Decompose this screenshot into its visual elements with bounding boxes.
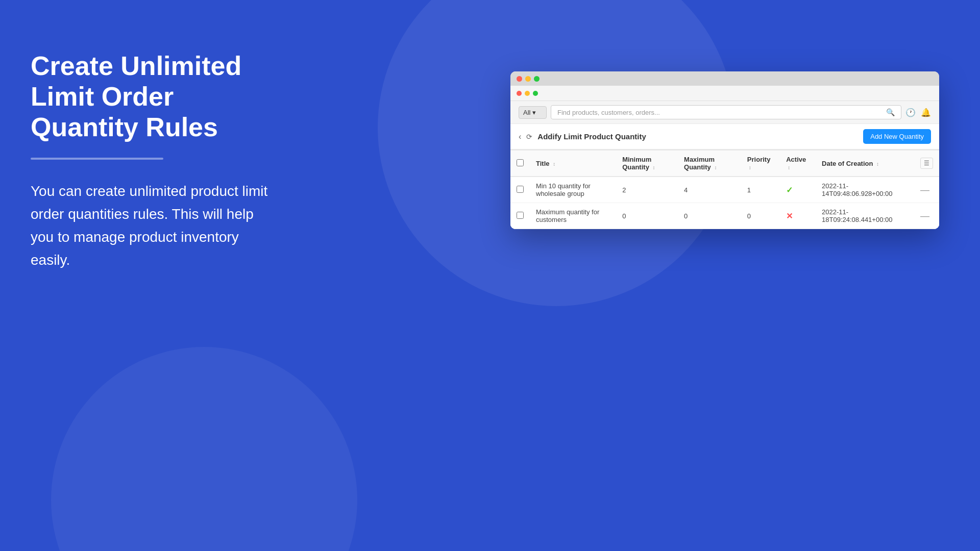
app-header: ‹ ⟳ Addify Limit Product Quantity Add Ne… [510, 124, 939, 149]
select-all-checkbox[interactable] [517, 159, 524, 166]
inner-title-bar [510, 86, 939, 101]
th-col-settings: ☰ [914, 150, 939, 177]
refresh-button[interactable]: ⟳ [526, 133, 532, 141]
action-menu-button-0[interactable]: — [920, 185, 930, 195]
table-container: Title ↕ Minimum Quantity ↕ Maximum Quant… [510, 149, 939, 229]
all-dropdown[interactable]: All ▾ [519, 106, 547, 119]
priority-sort-icon[interactable]: ↕ [749, 165, 751, 170]
table-row: Maximum quantity for customers 0 0 0 ✕ 2… [510, 203, 939, 229]
search-bar-row: All ▾ Find products, customers, orders..… [510, 101, 939, 124]
date-sort-icon[interactable]: ↕ [876, 161, 879, 167]
app-header-left: ‹ ⟳ Addify Limit Product Quantity [519, 132, 646, 141]
th-checkbox [510, 150, 530, 177]
header-icons: 🕐 🔔 [905, 108, 931, 117]
dropdown-arrow-icon: ▾ [532, 109, 536, 116]
table-row: Min 10 quantity for wholesale group 2 4 … [510, 177, 939, 203]
search-input-wrap[interactable]: Find products, customers, orders... 🔍 [551, 105, 901, 119]
th-priority-label: Priority [747, 156, 771, 163]
table-header-row: Title ↕ Minimum Quantity ↕ Maximum Quant… [510, 150, 939, 177]
all-label: All [523, 109, 530, 116]
row-priority-1: 0 [741, 203, 780, 229]
inner-tl-green[interactable] [533, 91, 538, 96]
x-icon: ✕ [786, 212, 793, 220]
th-min-qty-label: Minimum Quantity [622, 156, 651, 171]
column-settings-button[interactable]: ☰ [920, 158, 933, 169]
min-qty-sort-icon[interactable]: ↕ [653, 165, 655, 170]
row-min-qty-0: 2 [616, 177, 678, 203]
row-checkbox-cell [510, 203, 530, 229]
add-new-quantity-button[interactable]: Add New Quantity [863, 129, 931, 144]
row-checkbox-cell [510, 177, 530, 203]
bg-circle-2 [51, 347, 357, 551]
title-sort-icon[interactable]: ↕ [553, 161, 555, 167]
th-date-creation: Date of Creation ↕ [816, 150, 914, 177]
row-date-1: 2022-11-18T09:24:08.441+00:00 [816, 203, 914, 229]
row-title-1: Maximum quantity for customers [530, 203, 616, 229]
th-active: Active ↕ [780, 150, 816, 177]
quantities-table: Title ↕ Minimum Quantity ↕ Maximum Quant… [510, 149, 939, 229]
search-placeholder: Find products, customers, orders... [557, 109, 886, 116]
th-priority: Priority ↕ [741, 150, 780, 177]
inner-tl-yellow[interactable] [525, 91, 530, 96]
back-button[interactable]: ‹ [519, 132, 521, 141]
check-icon: ✓ [786, 186, 793, 194]
search-icon: 🔍 [886, 108, 895, 116]
th-max-qty: Maximum Quantity ↕ [678, 150, 741, 177]
row-title-0: Min 10 quantity for wholesale group [530, 177, 616, 203]
description-text: You can create unlimited product limit o… [31, 180, 276, 271]
main-title: Create Unlimited Limit Order Quantity Ru… [31, 51, 276, 142]
outer-title-bar [510, 71, 939, 86]
outer-tl-yellow[interactable] [525, 76, 531, 82]
row-date-0: 2022-11-14T09:48:06.928+00:00 [816, 177, 914, 203]
app-title: Addify Limit Product Quantity [537, 132, 646, 141]
left-panel: Create Unlimited Limit Order Quantity Ru… [31, 51, 276, 272]
outer-tl-green[interactable] [534, 76, 540, 82]
browser-inner: All ▾ Find products, customers, orders..… [510, 86, 939, 229]
row-priority-0: 1 [741, 177, 780, 203]
table-body: Min 10 quantity for wholesale group 2 4 … [510, 177, 939, 229]
max-qty-sort-icon[interactable]: ↕ [714, 165, 717, 170]
th-date-label: Date of Creation [822, 160, 873, 167]
row-active-0: ✓ [780, 177, 816, 203]
row-actions-0[interactable]: — [914, 177, 939, 203]
row-checkbox-0[interactable] [517, 186, 524, 193]
th-active-label: Active [786, 156, 806, 163]
th-title-label: Title [536, 160, 550, 167]
th-title: Title ↕ [530, 150, 616, 177]
inner-tl-red[interactable] [517, 91, 522, 96]
th-min-qty: Minimum Quantity ↕ [616, 150, 678, 177]
bell-icon[interactable]: 🔔 [921, 108, 931, 117]
th-max-qty-label: Maximum Quantity [684, 156, 715, 171]
outer-tl-red[interactable] [517, 76, 522, 82]
clock-icon[interactable]: 🕐 [905, 108, 916, 117]
browser-window: All ▾ Find products, customers, orders..… [510, 71, 939, 229]
action-menu-button-1[interactable]: — [920, 211, 930, 221]
active-sort-icon[interactable]: ↕ [788, 165, 790, 170]
divider [31, 158, 163, 160]
row-checkbox-1[interactable] [517, 212, 524, 219]
row-actions-1[interactable]: — [914, 203, 939, 229]
row-min-qty-1: 0 [616, 203, 678, 229]
row-max-qty-1: 0 [678, 203, 741, 229]
row-max-qty-0: 4 [678, 177, 741, 203]
row-active-1: ✕ [780, 203, 816, 229]
